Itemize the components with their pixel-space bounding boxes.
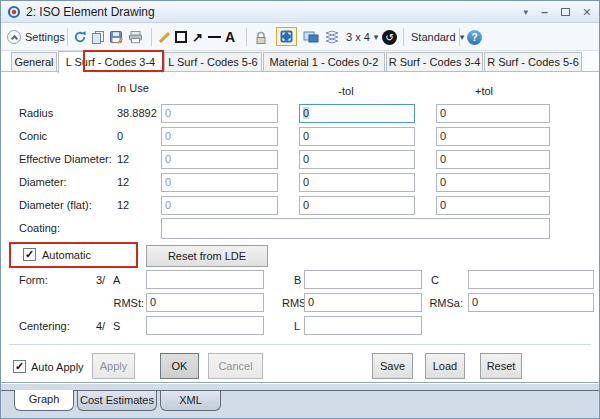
window-title: 2: ISO Element Drawing (26, 5, 155, 19)
style-preset-label: Standard (411, 31, 456, 43)
coating-field[interactable] (161, 218, 550, 239)
rmst-field[interactable]: 0 (146, 293, 264, 312)
automatic-checkbox[interactable] (23, 248, 36, 261)
tab-r-surf-codes-3-4[interactable]: R Surf - Codes 3-4 (386, 52, 483, 72)
centering-s-label: S (113, 320, 120, 332)
centering-s-field[interactable] (146, 316, 264, 335)
radius-minus-tol-field[interactable]: 0 (299, 104, 415, 123)
maximize-button[interactable] (561, 8, 570, 16)
grid-size-dropdown[interactable]: 3 x 4 ▾ (346, 26, 378, 48)
effective-diameter-in-use-value: 12 (117, 153, 129, 165)
window-icon (7, 5, 21, 19)
save-button[interactable]: Save (372, 353, 413, 379)
radius-plus-tol-field[interactable]: 0 (436, 104, 550, 123)
form-c-label: C (431, 274, 439, 286)
rmsi-field[interactable]: 0 (304, 293, 422, 312)
diameter-value-field[interactable]: 0 (161, 173, 278, 192)
effective-diameter-label: Effective Diameter: (19, 153, 112, 165)
diameter-plus-tol-field[interactable]: 0 (436, 173, 550, 192)
bottom-tab-cost-estimates[interactable]: Cost Estimates (77, 391, 157, 411)
centering-l-field[interactable] (304, 316, 422, 335)
reset-view-icon[interactable]: ↺ (382, 26, 397, 48)
diameter-in-use-value: 12 (117, 176, 129, 188)
toolbar: Settings (1, 23, 599, 51)
conic-value-field[interactable]: 0 (161, 127, 278, 146)
conic-label: Conic (19, 130, 47, 142)
effective-diameter-plus-tol-field[interactable]: 0 (436, 150, 550, 169)
reset-from-lde-button[interactable]: Reset from LDE (146, 245, 268, 267)
coating-label: Coating: (19, 222, 60, 234)
close-button[interactable]: × (583, 1, 591, 23)
minimize-button[interactable]: – (541, 1, 548, 23)
pencil-icon[interactable] (158, 26, 172, 48)
rmst-label: RMSt: (106, 297, 144, 309)
radius-value-field[interactable]: 0 (161, 104, 278, 123)
diameter-flat-value-field[interactable]: 0 (161, 196, 278, 215)
toolbar-separator (459, 28, 460, 46)
print-icon[interactable] (128, 26, 143, 48)
rmsa-label: RMSa: (425, 297, 463, 309)
tab-material-1-codes-0-2[interactable]: Material 1 - Codes 0-2 (263, 52, 385, 72)
chevron-up-icon (7, 30, 21, 44)
style-preset-dropdown[interactable]: Standard ▾ (411, 26, 464, 48)
radius-in-use-value: 38.8892 (117, 107, 157, 119)
column-header-in-use: In Use (117, 82, 149, 94)
form-a-label: A (113, 274, 120, 286)
diameter-flat-label: Diameter (flat): (19, 199, 92, 211)
apply-button[interactable]: Apply (92, 353, 135, 379)
load-button[interactable]: Load (425, 353, 465, 379)
conic-in-use-value: 0 (117, 130, 123, 142)
form-b-field[interactable] (304, 270, 422, 289)
conic-minus-tol-field[interactable]: 0 (299, 127, 415, 146)
tab-l-surf-codes-3-4[interactable]: L Surf - Codes 3-4 (58, 51, 163, 73)
window-menu-caret-icon[interactable]: ▾ (524, 1, 529, 23)
refresh-icon[interactable] (73, 26, 87, 48)
tab-r-surf-codes-5-6[interactable]: R Surf - Codes 5-6 (484, 52, 582, 72)
diameter-minus-tol-field[interactable]: 0 (299, 173, 415, 192)
cancel-button[interactable]: Cancel (208, 353, 263, 379)
toolbar-separator (403, 28, 404, 46)
bottom-tab-graph[interactable]: Graph (14, 390, 74, 411)
form-label: Form: (19, 274, 48, 286)
arrow-tool-icon[interactable]: ↗ (192, 26, 203, 48)
settings-label: Settings (25, 31, 65, 43)
layers-icon[interactable] (324, 26, 340, 48)
fit-window-icon[interactable] (276, 27, 297, 46)
form-a-field[interactable] (146, 270, 264, 289)
toolbar-separator (67, 28, 68, 46)
bottom-tab-xml[interactable]: XML (160, 391, 221, 411)
help-icon[interactable]: ? (467, 26, 482, 48)
effective-diameter-value-field[interactable]: 0 (161, 150, 278, 169)
reset-button[interactable]: Reset (480, 353, 522, 379)
rmsa-field[interactable]: 0 (468, 293, 594, 312)
diameter-flat-in-use-value: 12 (117, 199, 129, 211)
section-divider (9, 344, 591, 345)
centering-label: Centering: (19, 320, 70, 332)
save-icon[interactable] (109, 26, 123, 48)
auto-apply-checkbox[interactable] (13, 360, 26, 373)
bottom-tab-strip: Graph Cost Estimates XML (1, 384, 599, 418)
chevron-down-icon: ▾ (460, 32, 465, 42)
toolbar-separator (151, 28, 152, 46)
diameter-flat-plus-tol-field[interactable]: 0 (436, 196, 550, 215)
diameter-flat-minus-tol-field[interactable]: 0 (299, 196, 415, 215)
line-tool-icon[interactable] (208, 26, 221, 48)
iso-element-drawing-window: 2: ISO Element Drawing ▾ – × Settings (0, 0, 600, 419)
text-tool-icon[interactable]: A (225, 26, 235, 48)
tab-general[interactable]: General (11, 52, 57, 72)
copy-icon[interactable] (91, 26, 105, 48)
settings-button[interactable]: Settings (7, 26, 65, 48)
chevron-down-icon: ▾ (374, 32, 379, 42)
form-code: 3/ (96, 274, 105, 286)
tab-l-surf-codes-5-6[interactable]: L Surf - Codes 5-6 (164, 52, 262, 72)
conic-plus-tol-field[interactable]: 0 (436, 127, 550, 146)
effective-diameter-minus-tol-field[interactable]: 0 (299, 150, 415, 169)
title-bar: 2: ISO Element Drawing ▾ – × (1, 1, 599, 23)
ok-button[interactable]: OK (160, 353, 199, 379)
centering-code: 4/ (96, 320, 105, 332)
form-c-field[interactable] (468, 270, 594, 289)
tile-windows-icon[interactable] (303, 26, 319, 48)
lock-icon[interactable] (254, 26, 268, 48)
tab-strip: General L Surf - Codes 3-4 L Surf - Code… (1, 51, 599, 72)
rectangle-tool-icon[interactable] (175, 26, 187, 48)
